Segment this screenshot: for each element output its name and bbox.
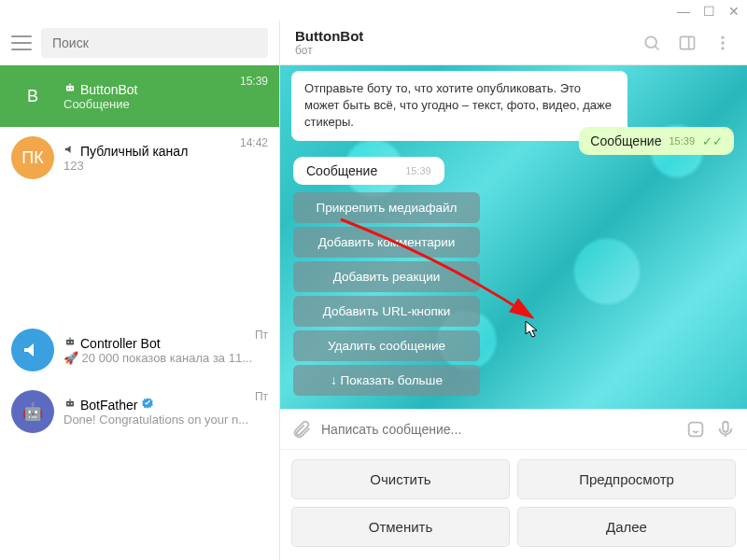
chat-row-botfather[interactable]: 🤖 BotFather Done! Congratulations on you… xyxy=(0,381,279,442)
kb-add-url-buttons[interactable]: Добавить URL-кнопки xyxy=(293,296,480,327)
attach-icon[interactable] xyxy=(291,419,312,440)
svg-point-2 xyxy=(71,88,73,90)
bot-intro-message: Отправьте боту то, что хотите опубликова… xyxy=(291,71,627,141)
kb-show-more[interactable]: Показать больше xyxy=(293,365,480,396)
avatar: ПК xyxy=(11,136,54,179)
kb-delete-message[interactable]: Удалить сообщение xyxy=(293,330,480,361)
mic-icon[interactable] xyxy=(715,419,736,440)
chat-time: 15:39 xyxy=(240,75,268,88)
svg-rect-11 xyxy=(69,399,70,400)
kb-attach-media[interactable]: Прикрепить медиафайл xyxy=(293,192,480,223)
chat-row-controller-bot[interactable]: Controller Bot 🚀 20 000 показов канала з… xyxy=(0,319,279,381)
avatar xyxy=(11,329,54,371)
header-title[interactable]: ButtonBot xyxy=(295,28,642,44)
kb-add-reactions[interactable]: Добавить реакции xyxy=(293,261,480,292)
compose-input[interactable] xyxy=(321,422,676,437)
svg-point-17 xyxy=(721,41,724,44)
next-button[interactable]: Далее xyxy=(517,507,736,547)
svg-rect-19 xyxy=(689,423,703,437)
chat-title: Controller Bot xyxy=(80,336,161,351)
emoji-icon[interactable] xyxy=(685,419,706,440)
svg-point-12 xyxy=(645,36,656,48)
header-subtitle: бот xyxy=(295,44,642,57)
outgoing-message[interactable]: Сообщение 15:39 ✓✓ xyxy=(579,127,734,155)
sidebar: В ButtonBot Сообщение 15:39 ПК Публичный… xyxy=(0,21,280,560)
svg-rect-3 xyxy=(69,83,70,85)
svg-rect-7 xyxy=(69,337,70,339)
menu-icon[interactable] xyxy=(11,35,32,50)
chat-subtitle: 123 xyxy=(63,159,268,173)
avatar: В xyxy=(11,75,54,118)
preview-button[interactable]: Предпросмотр xyxy=(517,459,736,499)
chat-row-public-channel[interactable]: ПК Публичный канал 123 14:42 xyxy=(0,127,279,189)
message-text: Сообщение xyxy=(306,163,377,178)
chat-title: Публичный канал xyxy=(80,144,188,159)
svg-point-18 xyxy=(721,47,724,49)
svg-point-10 xyxy=(71,403,73,405)
read-checks-icon: ✓✓ xyxy=(702,134,723,148)
compose-bar xyxy=(280,409,747,449)
chat-area: Отправьте боту то, что хотите опубликова… xyxy=(280,65,747,409)
search-input[interactable] xyxy=(41,28,268,58)
sidepanel-icon[interactable] xyxy=(678,34,697,52)
main-panel: ButtonBot бот Отправьте боту то, что хот… xyxy=(280,21,747,560)
chat-title: ButtonBot xyxy=(80,82,138,97)
inline-keyboard: Прикрепить медиафайл Добавить комментари… xyxy=(293,192,480,396)
cancel-button[interactable]: Отменить xyxy=(291,507,510,547)
bottom-actions: Очистить Предпросмотр Отменить Далее xyxy=(280,449,747,560)
svg-point-16 xyxy=(721,35,724,38)
chat-time: Пт xyxy=(255,390,268,403)
more-icon[interactable] xyxy=(713,34,732,52)
chat-time: 14:42 xyxy=(240,136,268,149)
megaphone-icon xyxy=(63,143,77,159)
svg-point-9 xyxy=(67,403,69,405)
bot-icon xyxy=(63,397,77,413)
bot-icon xyxy=(63,81,77,97)
chat-row-buttonbot[interactable]: В ButtonBot Сообщение 15:39 xyxy=(0,65,279,127)
message-time: 15:39 xyxy=(405,165,431,176)
chat-subtitle: Сообщение xyxy=(63,97,268,111)
incoming-message[interactable]: Сообщение 15:39 xyxy=(293,157,444,185)
svg-line-13 xyxy=(655,46,659,49)
chat-list: В ButtonBot Сообщение 15:39 ПК Публичный… xyxy=(0,65,279,560)
window-minimize[interactable]: — xyxy=(677,4,690,19)
search-icon[interactable] xyxy=(642,34,661,52)
svg-rect-8 xyxy=(66,401,74,407)
window-close[interactable]: ✕ xyxy=(728,4,740,19)
chat-subtitle: Done! Congratulations on your n... xyxy=(63,413,268,427)
svg-rect-0 xyxy=(66,86,74,91)
chat-time: Пт xyxy=(255,329,268,342)
chat-title: BotFather xyxy=(80,398,137,413)
chat-header: ButtonBot бот xyxy=(280,21,747,65)
svg-rect-14 xyxy=(681,36,695,49)
svg-point-5 xyxy=(67,342,69,343)
cursor-icon xyxy=(523,319,540,340)
avatar: 🤖 xyxy=(11,390,54,433)
verified-icon xyxy=(141,397,154,413)
clear-button[interactable]: Очистить xyxy=(291,459,510,499)
kb-add-comments[interactable]: Добавить комментарии xyxy=(293,227,480,258)
message-text: Сообщение xyxy=(590,133,661,148)
bot-icon xyxy=(63,335,77,351)
svg-rect-4 xyxy=(66,340,74,345)
svg-point-1 xyxy=(67,88,69,90)
svg-rect-20 xyxy=(723,422,728,432)
svg-point-6 xyxy=(71,342,73,343)
chat-subtitle: 🚀 20 000 показов канала за 11... xyxy=(63,351,268,365)
message-time: 15:39 xyxy=(669,135,695,147)
window-maximize[interactable]: ☐ xyxy=(703,4,715,19)
